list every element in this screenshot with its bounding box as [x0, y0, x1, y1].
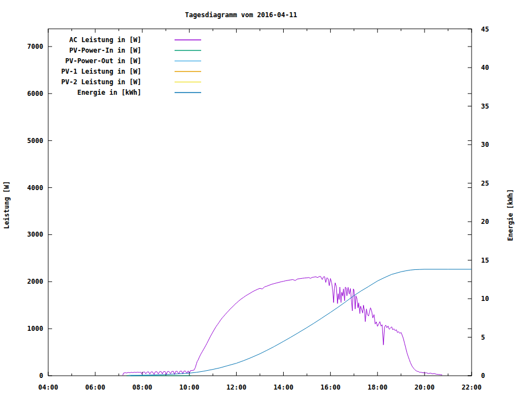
y2-axis-tick-label: 0 — [481, 372, 485, 380]
y-axis-tick-label: 3000 — [27, 231, 43, 238]
series-line-energie-in-kwh- — [131, 269, 472, 376]
y2-axis-tick-label: 10 — [481, 295, 489, 303]
y2-axis-tick-label: 15 — [481, 257, 489, 264]
y-axis-label: Leistung [W] — [3, 181, 11, 229]
legend-entry-label: PV-1 Leistung in [W] — [62, 68, 142, 75]
y-axis-tick-label: 0 — [39, 372, 43, 380]
x-axis-tick-label: 10:00 — [180, 383, 200, 391]
y2-axis-tick-label: 25 — [481, 180, 489, 187]
y-axis-tick-label: 2000 — [27, 278, 43, 285]
y2-axis-tick-label: 5 — [481, 334, 485, 341]
legend-entry-label: Energie in [kWh] — [77, 89, 141, 96]
legend-entry-label: AC Leistung in [W] — [69, 36, 141, 44]
gnuplot-day-chart-page: 04:0006:0008:0010:0012:0014:0016:0018:00… — [0, 0, 532, 399]
x-axis-tick-label: 04:00 — [38, 383, 58, 391]
x-axis-tick-label: 12:00 — [226, 383, 246, 391]
y-axis-tick-label: 6000 — [27, 90, 43, 98]
tagesdiagramm-chart: 04:0006:0008:0010:0012:0014:0016:0018:00… — [0, 0, 532, 399]
chart-title: Tagesdiagramm vom 2016-04-11 — [185, 11, 297, 19]
legend-entry-label: PV-Power-In in [W] — [69, 47, 141, 54]
y-axis-tick-label: 7000 — [27, 43, 43, 50]
y2-axis-tick-label: 20 — [481, 218, 489, 226]
x-axis-tick-label: 18:00 — [367, 383, 387, 391]
y-axis-tick-label: 1000 — [27, 325, 43, 332]
x-axis-tick-label: 22:00 — [462, 383, 482, 391]
x-axis-tick-label: 06:00 — [85, 383, 105, 391]
legend-entry-label: PV-2 Leistung in [W] — [62, 78, 142, 86]
x-axis-tick-label: 08:00 — [132, 383, 152, 391]
y2-axis-tick-label: 45 — [481, 25, 489, 33]
y2-axis-tick-label: 35 — [481, 103, 489, 110]
series-line-ac-leistung-in-w- — [123, 277, 442, 376]
y-axis-tick-label: 4000 — [27, 184, 43, 192]
y2-axis-tick-label: 30 — [481, 141, 489, 149]
y2-axis-tick-label: 40 — [481, 64, 489, 71]
x-axis-tick-label: 16:00 — [320, 383, 340, 391]
y-axis-tick-label: 5000 — [27, 137, 43, 145]
x-axis-tick-label: 14:00 — [273, 383, 293, 391]
y2-axis-label: Energie [kWh] — [507, 189, 514, 241]
x-axis-tick-label: 20:00 — [415, 383, 434, 391]
legend-entry-label: PV-Power-Out in [W] — [65, 57, 141, 65]
